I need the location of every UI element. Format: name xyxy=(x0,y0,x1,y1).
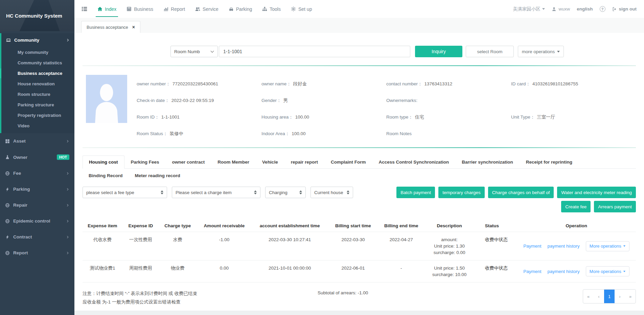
tab-barrier-sync[interactable]: Barrier synchronization xyxy=(455,155,520,169)
sidebar-item-parking-structure[interactable]: Parking structure xyxy=(1,100,74,110)
more-operations-dropdown[interactable]: more operations xyxy=(518,46,564,57)
inquiry-button[interactable]: Inquiry xyxy=(415,46,462,57)
sidebar-item-label: Fee xyxy=(13,171,21,176)
col-expense-item: Expense item xyxy=(83,223,122,228)
top-menu: Index Business Report Service Parking xyxy=(92,0,317,18)
caret-down-icon xyxy=(557,51,560,52)
tab-binding-record[interactable]: Binding Record xyxy=(83,169,129,183)
payment-link[interactable]: Payment xyxy=(523,268,541,275)
select-room-button[interactable]: select Room xyxy=(466,46,514,57)
sidebar-item-property-registration[interactable]: Property registration xyxy=(1,110,74,121)
home-icon xyxy=(97,6,102,12)
gear-icon xyxy=(291,6,296,12)
more-operations-label: more operations xyxy=(522,49,555,54)
laptop-icon xyxy=(6,38,11,43)
charge-item-select[interactable]: Please select a charge item xyxy=(172,187,260,198)
room-search-input[interactable] xyxy=(219,46,410,57)
note-line: 注意：计费结束时间 “-” 表示未到计费时间 或 收费已结束 xyxy=(83,289,285,298)
tab-label: Business acceptance xyxy=(87,25,128,30)
sidebar-item-label: Asset xyxy=(13,139,26,144)
chevron-right-icon xyxy=(66,235,69,239)
tab-business-acceptance[interactable]: Business acceptance × xyxy=(81,21,140,33)
nav-item-business[interactable]: Business xyxy=(121,0,158,18)
payment-link[interactable]: Payment xyxy=(523,243,541,249)
tab-access-control-sync[interactable]: Access Control Synchronization xyxy=(372,155,455,169)
page-prev-button[interactable]: ‹ xyxy=(594,290,604,303)
note-line: 应收金额 为-1 一般为费用项公式设置出错请检查 xyxy=(83,298,285,306)
nav-item-service[interactable]: Service xyxy=(190,0,224,18)
caret-down-icon xyxy=(542,8,545,10)
cell-account-establishment-time: 2022-03-30 10:27:41 xyxy=(252,236,328,243)
nav-item-report[interactable]: Report xyxy=(158,0,190,18)
tab-complaint-form[interactable]: Complaint Form xyxy=(324,155,372,169)
menu-toggle-button[interactable] xyxy=(81,6,88,12)
caret-down-icon xyxy=(623,246,625,247)
nav-item-tools[interactable]: Tools xyxy=(257,0,286,18)
nav-item-parking[interactable]: Parking xyxy=(224,0,257,18)
meter-reading-button[interactable]: Water and electricity meter reading xyxy=(557,187,636,198)
sidebar-item-epidemic-control[interactable]: Epidemic control xyxy=(0,213,74,229)
tab-receipt-reprinting[interactable]: Receipt for reprinting xyxy=(520,155,579,169)
globe-icon xyxy=(5,203,10,208)
close-icon[interactable]: × xyxy=(132,24,135,30)
chevron-right-icon xyxy=(66,172,69,175)
sidebar-item-parking[interactable]: Parking xyxy=(0,181,74,197)
help-icon[interactable]: ? xyxy=(600,6,605,12)
batch-payment-button[interactable]: Batch payment xyxy=(396,187,435,198)
more-operations-button[interactable]: More operations xyxy=(586,266,629,276)
arrears-payment-button[interactable]: Arrears payment xyxy=(594,201,636,212)
sidebar-item-my-community[interactable]: My community xyxy=(1,47,74,58)
tab-repair-report[interactable]: repair report xyxy=(284,155,324,169)
top-navbar: Index Business Report Service Parking xyxy=(74,0,644,18)
fee-table: Expense item Expense ID Charge type Amou… xyxy=(83,220,636,282)
temporary-charges-button[interactable]: temporary charges xyxy=(438,187,485,198)
sidebar-item-owner[interactable]: Owner HOT xyxy=(0,149,74,165)
content-panel: Room Numb Inquiry select Room more opera… xyxy=(74,33,644,311)
tab-room-member[interactable]: Room Member xyxy=(211,155,256,169)
nav-item-index[interactable]: Index xyxy=(92,0,121,18)
language-toggle[interactable]: english xyxy=(577,6,593,12)
signout-button[interactable]: sign out xyxy=(612,6,637,12)
sidebar-item-contract[interactable]: Contract xyxy=(0,229,74,245)
sidebar-item-label: Repair xyxy=(13,203,27,208)
fee-type-select[interactable]: please select a fee type xyxy=(83,187,167,198)
tab-parking-fees[interactable]: Parking Fees xyxy=(124,155,166,169)
payment-history-link[interactable]: payment history xyxy=(548,268,580,275)
field-checkin-date: Check-in date：2022-03-22 09:55:19 xyxy=(137,98,261,104)
sidebar-item-video[interactable]: Video xyxy=(1,121,74,131)
detail-tabs-row1: Housing cost Parking Fees owner contract… xyxy=(83,155,636,169)
tab-vehicle[interactable]: Vehicle xyxy=(256,155,284,169)
nav-item-setup[interactable]: Set up xyxy=(286,0,317,18)
user-icon xyxy=(552,7,556,12)
tab-housing-cost[interactable]: Housing cost xyxy=(83,155,124,169)
sidebar-item-asset[interactable]: Asset xyxy=(0,133,74,149)
sidebar-item-community-statistics[interactable]: Community statistics xyxy=(1,58,74,68)
page-first-button[interactable]: « xyxy=(583,290,594,303)
charge-on-behalf-button[interactable]: Charge charges on behalf of xyxy=(488,187,554,198)
tab-meter-reading-record[interactable]: Meter reading record xyxy=(129,169,186,183)
sidebar-item-repair[interactable]: Repair xyxy=(0,197,74,213)
more-operations-button[interactable]: More operations xyxy=(586,241,629,251)
page-1-button[interactable]: 1 xyxy=(604,290,615,303)
create-fee-button[interactable]: Create fee xyxy=(561,201,591,212)
page-last-button[interactable]: » xyxy=(625,290,636,303)
globe-icon xyxy=(5,171,10,176)
tab-owner-contract[interactable]: owner contract xyxy=(166,155,211,169)
charging-select[interactable]: Charging xyxy=(265,187,306,198)
sidebar-item-report[interactable]: Report xyxy=(0,245,74,261)
sidebar-item-label: Report xyxy=(13,250,28,255)
user-menu[interactable]: wuxw xyxy=(552,6,570,12)
grid-icon xyxy=(5,139,10,144)
current-house-select[interactable]: Current house xyxy=(310,187,353,198)
room-number-select[interactable]: Room Numb xyxy=(170,46,218,57)
chevron-down-icon xyxy=(211,49,214,52)
page-next-button[interactable]: › xyxy=(615,290,625,303)
community-selector[interactable]: 美满家园小区 xyxy=(513,6,545,12)
payment-history-link[interactable]: payment history xyxy=(548,243,580,249)
app-logo: HC Community System xyxy=(0,0,74,31)
sidebar-item-fee[interactable]: Fee xyxy=(0,165,74,181)
sidebar-item-house-renovation[interactable]: House renovation xyxy=(1,79,74,89)
sidebar-item-community[interactable]: Community xyxy=(1,33,74,47)
sidebar-item-business-acceptance[interactable]: Business acceptance xyxy=(1,68,74,79)
sidebar-item-room-structure[interactable]: Room structure xyxy=(1,89,74,100)
